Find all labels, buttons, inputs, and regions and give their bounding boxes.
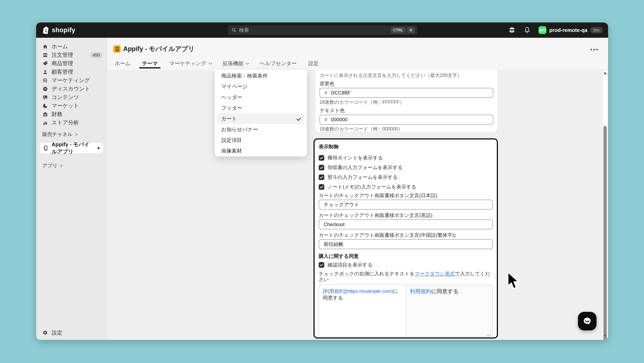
menu-item-cart[interactable]: カート [217,113,304,124]
markdown-preview-pane: 利用規約に同意する [406,285,492,337]
scroll-up-arrow-icon[interactable] [604,72,607,74]
page-content: 商品検索・検索条件 マイページ ヘッダー フッター カート お知らせバナー 設定… [107,70,608,340]
resize-handle-icon[interactable] [487,335,491,335]
home-icon [42,44,48,49]
checkbox-row-noshi[interactable]: 熨斗の入力フォームを表示する [319,174,493,180]
env-badge: dev [590,27,603,33]
discount-icon [42,86,48,92]
checkbox-row-points[interactable]: 獲得ポイントを表示する [319,155,493,161]
checkbox-checked[interactable] [319,262,324,268]
sidebar-item-finance[interactable]: 財務 [36,110,107,118]
bg-color-input[interactable]: # DCC8BF [320,88,493,98]
checkout-input-zh[interactable]: 前往結帳 [319,239,493,249]
tag-icon [42,61,48,66]
apps-header[interactable]: アプリ [36,161,107,170]
image-icon [42,94,48,100]
tab-theme[interactable]: テーマ [142,57,158,70]
person-icon [42,69,48,75]
shopify-wordmark: shopify [52,26,75,34]
bg-color-label: 背景色 [320,81,493,87]
markdown-source-pane[interactable]: [利用規約](https://example.com)に同意する [319,285,406,337]
sidebar-item-analytics[interactable]: ストア分析 [36,118,107,127]
checkout-input-en[interactable]: Checkout [319,219,493,229]
checkout-input-ja[interactable]: チェックアウト [319,200,493,210]
chat-launcher-button[interactable] [578,312,596,331]
tab-settings[interactable]: 設定 [308,57,318,70]
kbd-ctrl: CTRL [391,27,406,33]
main-area: Appify - モバイルアプリ ホーム テーマ マーケティング 拡張機能 ヘル… [107,38,608,340]
sidebar-item-products[interactable]: 商品管理 [36,59,107,68]
updates-icon[interactable] [508,26,516,34]
sales-channels-header[interactable]: 販売チャネル [36,130,107,138]
display-control-section-highlighted: 表示制御 獲得ポイントを表示する 領収書の入力フォームを表示する 熨斗の入力フォ… [314,138,498,339]
shopify-topbar: shopify 検索 CTRL K [36,22,608,38]
menu-item-my-page[interactable]: マイページ [215,81,307,92]
tab-marketing[interactable]: マーケティング [169,57,211,70]
orders-count-badge: 450 [90,52,102,58]
store-name: prod-remote-qa [549,27,588,33]
markdown-hint: チェックボックの右側に入れるテキストをマークダウン形式で入力してください [319,271,493,282]
shopify-logo: shopify [42,22,75,38]
menu-item-product-search[interactable]: 商品検索・検索条件 [215,70,307,81]
target-icon [42,77,48,83]
scrollbar-thumb[interactable] [604,126,607,340]
checkbox-checked[interactable] [319,174,324,180]
sidebar-item-markets[interactable]: $ マーケット [36,101,107,110]
checkbox-row-note[interactable]: ノート(メモ)の入力フォームを表示する [319,184,493,190]
notification-dot [98,147,100,149]
svg-text:$: $ [46,105,47,108]
globe-dollar-icon: $ [42,103,48,109]
desktop-canvas: shopify 検索 CTRL K [0,0,644,363]
browser-app-window: shopify 検索 CTRL K [36,22,608,340]
sidebar-item-orders[interactable]: 注文管理 450 [36,51,107,59]
chevron-down-icon [208,61,212,64]
vertical-scrollbar[interactable] [602,71,608,338]
theme-section-dropdown: 商品検索・検索条件 マイページ ヘッダー フッター カート お知らせバナー 設定… [215,70,307,157]
global-search-input[interactable]: 検索 CTRL K [228,25,417,35]
tab-home[interactable]: ホーム [115,57,130,70]
search-placeholder: 検索 [239,27,389,33]
checkbox-row-receipt[interactable]: 領収書の入力フォームを表示する [319,165,493,170]
page-title: Appify - モバイルアプリ [123,44,195,53]
markdown-format-link[interactable]: マークダウン形式 [415,271,455,276]
tab-help-center[interactable]: ヘルプセンター [260,57,297,70]
tab-extensions[interactable]: 拡張機能 [223,57,248,70]
checkbox-checked[interactable] [319,155,324,161]
terms-link[interactable]: 利用規約 [410,288,432,294]
sidebar-item-customers[interactable]: 顧客管理 [36,68,107,76]
sidebar-item-content[interactable]: コンテンツ [36,93,107,101]
sidebar-item-home[interactable]: ホーム [36,42,107,51]
bank-icon [42,111,48,117]
page-header: Appify - モバイルアプリ ホーム テーマ マーケティング 拡張機能 ヘル… [107,38,608,70]
mobile-app-icon [43,145,48,151]
menu-item-announcement-banner[interactable]: お知らせバナー [215,124,307,135]
chevron-right-icon [59,164,62,167]
chevron-down-icon [246,61,249,64]
menu-item-setting-items[interactable]: 設定項目 [215,135,307,145]
more-actions-button[interactable] [588,47,600,52]
menu-item-footer[interactable]: フッター [215,102,307,113]
menu-item-header[interactable]: ヘッダー [215,92,307,102]
consent-heading: 購入に関する同意 [319,253,493,259]
topbar-right-cluster: pro prod-remote-qa dev [508,22,603,38]
orders-icon [42,52,48,58]
checkbox-checked[interactable] [319,184,324,190]
checkbox-row-consent[interactable]: 確認項目を表示する [319,262,493,268]
sidebar-item-marketing[interactable]: マーケティング [36,76,107,84]
gear-icon [42,330,48,336]
account-menu[interactable]: pro prod-remote-qa dev [538,26,603,34]
admin-sidebar: ホーム 注文管理 450 商品管理 顧客管理 マーケティング [36,38,107,340]
notifications-bell-icon[interactable] [524,26,531,34]
checkbox-checked[interactable] [319,165,324,170]
text-color-input[interactable]: # 000000 [320,115,493,125]
chat-bubble-icon [582,316,592,327]
sidebar-item-appify-channel[interactable]: Appify - モバイルアプリ [40,143,103,153]
checkout-label-zh: カートのチェックアウト画面遷移ボタン文言(中国語(繁体字)) [319,232,493,238]
search-icon [232,28,236,32]
scroll-down-arrow-icon[interactable] [604,335,607,337]
menu-item-image-assets[interactable]: 画像素材 [215,145,307,156]
chevron-right-icon [74,133,78,136]
sidebar-item-discounts[interactable]: ディスカウント [36,84,107,93]
sidebar-item-settings[interactable]: 設定 [36,329,107,337]
cart-colors-card: カートに表示される注意文言を入力してください（最大200文字） 背景色 # DC… [316,70,498,132]
